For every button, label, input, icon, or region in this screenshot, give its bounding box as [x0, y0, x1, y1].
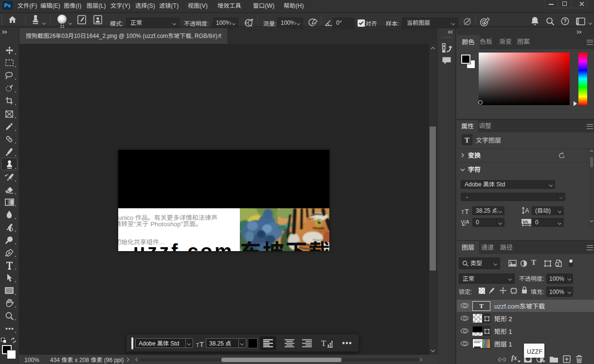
svg-text:T: T	[199, 340, 204, 347]
svg-text:T: T	[461, 210, 464, 215]
svg-text:A: A	[525, 207, 529, 214]
svg-text:T: T	[196, 343, 199, 347]
svg-text:T: T	[465, 207, 469, 215]
svg-text:/A: /A	[464, 219, 469, 225]
svg-text:T: T	[321, 339, 326, 348]
svg-text:VA: VA	[522, 219, 528, 224]
svg-text:?: ?	[563, 18, 566, 24]
